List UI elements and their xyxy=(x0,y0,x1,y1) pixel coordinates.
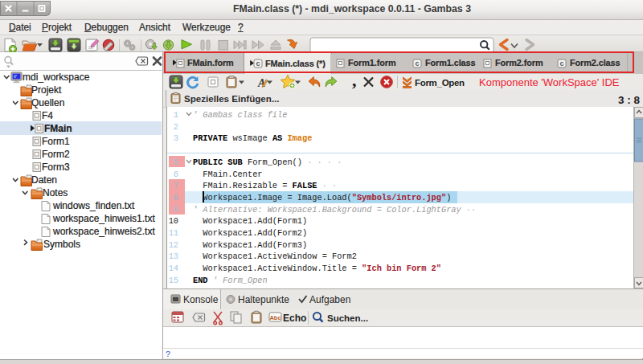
svg-text:Form_Open: Form_Open xyxy=(415,78,465,88)
svg-text:Komponente 'WorkSpace' IDE: Komponente 'WorkSpace' IDE xyxy=(479,76,620,88)
svg-text:Suchen...: Suchen... xyxy=(327,313,368,323)
svg-text:Haltepunkte: Haltepunkte xyxy=(238,294,289,305)
svg-text:3 : 8: 3 : 8 xyxy=(618,94,641,106)
svg-text:Konsole: Konsole xyxy=(183,294,219,305)
svg-text:Spezielles Einfügen...: Spezielles Einfügen... xyxy=(184,93,280,104)
svg-text:Echo: Echo xyxy=(283,313,306,324)
svg-text:Abc: Abc xyxy=(269,314,281,321)
svg-text:Aufgaben: Aufgaben xyxy=(309,294,350,305)
